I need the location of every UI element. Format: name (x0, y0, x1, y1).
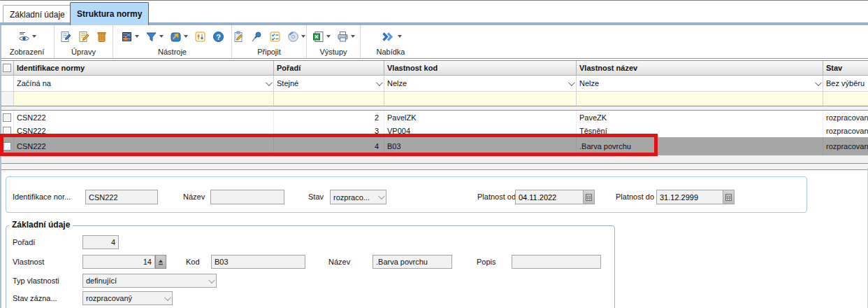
filter-operator-dropdown[interactable]: Bez výběru (823, 76, 868, 92)
group-nazev-label: Název (328, 258, 350, 266)
nazev-field[interactable] (210, 190, 284, 204)
identifikace-field[interactable] (85, 190, 158, 204)
dropdown-caret-icon[interactable] (159, 35, 164, 38)
cell-vlastnost-nazev: Těsnění (577, 124, 823, 137)
popis-field[interactable] (512, 255, 601, 269)
data-table-icon[interactable] (121, 31, 139, 43)
cell-vlastnost-nazev: PaveZK (577, 111, 823, 124)
filter-operator-dropdown[interactable]: Nelze (577, 76, 823, 92)
chevron-down-icon (815, 79, 822, 86)
eye-view-icon[interactable] (18, 31, 36, 43)
print-icon[interactable] (337, 31, 355, 43)
row-checkbox[interactable] (3, 113, 11, 122)
stav-dropdown[interactable]: rozpraco... (330, 190, 386, 204)
cell-identifikace: CSN222 (14, 111, 274, 124)
excel-export-icon[interactable] (312, 31, 331, 43)
window-left-border (0, 25, 1, 308)
vlastnost-field[interactable] (82, 255, 155, 269)
tab-struktura-normy[interactable]: Struktura normy (70, 2, 149, 25)
vlastnost-label: Vlastnost (13, 258, 44, 266)
cell-vlastnost-kod: PavelZK (384, 111, 577, 124)
toolbar-group-label: Zobrazení (10, 48, 45, 58)
popis-label: Popis (477, 258, 496, 266)
filter-input-cell[interactable] (823, 92, 868, 106)
row-checkbox[interactable] (3, 127, 11, 135)
filter-cell-blank (0, 76, 14, 92)
platnost-od-label: Platnost od (477, 192, 516, 201)
filter-input-cell[interactable] (384, 92, 577, 106)
filter-input-cell[interactable] (577, 92, 823, 106)
filter-operator-dropdown[interactable]: Stejné (274, 76, 384, 92)
chevron-down-icon (208, 276, 215, 284)
header-cell[interactable]: Pořadí (274, 61, 384, 75)
tasks-icon[interactable] (269, 31, 281, 43)
toolbar-group-label: Nabídka (377, 48, 405, 58)
navigate-icon[interactable] (170, 31, 188, 43)
help-icon[interactable]: ? (212, 31, 224, 43)
cell-stav: rozpracovaný (823, 124, 868, 137)
table-row[interactable]: CSN222 2 PavelZK PaveZK rozpracovaný (0, 111, 868, 124)
row-checkbox[interactable] (3, 142, 11, 150)
settings-sliders-icon[interactable] (194, 31, 206, 43)
dropdown-caret-icon[interactable] (135, 35, 139, 38)
toolbar-group-vystupy: Výstupy (307, 25, 361, 58)
grid-filter-operator-row: Začíná na Stejné Nelze Nelze Bez výběru (0, 76, 868, 92)
header-cell[interactable]: Vlastnost kod (384, 61, 577, 75)
platnost-od-input[interactable] (516, 190, 583, 204)
menu-chevrons-icon[interactable] (380, 31, 402, 43)
cell-poradi: 2 (274, 111, 384, 124)
platnost-do-field[interactable] (656, 190, 735, 204)
cell-vlastnost-nazev: .Barva povrchu (577, 137, 823, 155)
table-row-selected[interactable]: CSN222 4 B03 .Barva povrchu rozpracovaný (0, 137, 868, 155)
header-cell-checkbox (0, 61, 14, 75)
kod-field[interactable] (211, 255, 305, 269)
edit-record-icon[interactable] (78, 31, 89, 43)
pin-icon[interactable] (251, 31, 263, 43)
note-icon[interactable] (233, 31, 245, 43)
header-cell[interactable]: Vlastnost název (577, 61, 823, 75)
dropdown-caret-icon[interactable] (351, 35, 355, 38)
table-row[interactable]: CSN222 3 VP004 Těsnění rozpracovaný (0, 124, 868, 137)
cell-poradi: 4 (274, 137, 384, 155)
filter-operator-dropdown[interactable]: Nelze (384, 76, 577, 92)
group-nazev-field[interactable] (372, 255, 452, 269)
header-cell[interactable]: Identifikace normy (14, 61, 274, 75)
filter-cell-blank (0, 92, 14, 106)
dropdown-caret-icon[interactable] (32, 35, 36, 38)
media-icon[interactable] (287, 31, 305, 43)
tab-label: Základní údaje (10, 10, 65, 20)
filter-operator-dropdown[interactable]: Začíná na (14, 76, 274, 92)
dropdown-caret-icon[interactable] (398, 35, 402, 38)
groupbox-title: Základní údaje (9, 220, 73, 230)
calendar-icon[interactable] (583, 190, 594, 204)
stav-zaznamu-dropdown[interactable]: rozpracovaný (82, 291, 173, 305)
header-cell[interactable]: Stav (823, 61, 868, 75)
filter-funnel-icon[interactable] (145, 31, 164, 43)
app-window: Základní údaje Struktura normy Zobrazení… (0, 0, 868, 308)
platnost-od-field[interactable] (515, 190, 595, 204)
structure-grid: Identifikace normy Pořadí Vlastnost kod … (0, 60, 868, 170)
dropdown-caret-icon[interactable] (184, 35, 188, 38)
typ-vlastnosti-dropdown[interactable]: definující (82, 274, 217, 288)
filter-input-cell[interactable] (274, 92, 384, 106)
filter-input-cell[interactable] (14, 92, 274, 106)
platnost-do-input[interactable] (657, 190, 723, 204)
lookup-spinner-button[interactable] (155, 255, 166, 269)
new-record-icon[interactable] (59, 31, 71, 43)
toolbar-group-upravy: Úpravy (55, 25, 113, 58)
svg-text:?: ? (216, 32, 221, 41)
tab-label: Struktura normy (77, 9, 142, 19)
toolbar-group-nabidka: Nabídka (361, 25, 421, 58)
chevron-down-icon (164, 294, 171, 301)
stav-label: Stav (308, 192, 324, 201)
stav-zaznamu-label: Stav zázna... (13, 294, 57, 302)
dropdown-caret-icon[interactable] (301, 35, 305, 38)
calendar-icon[interactable] (723, 190, 734, 204)
poradi-field[interactable] (82, 235, 119, 249)
tab-zakladni-udaje[interactable]: Základní údaje (3, 5, 72, 23)
delete-record-icon[interactable] (96, 31, 108, 43)
horizontal-splitter[interactable] (0, 163, 868, 170)
dropdown-caret-icon[interactable] (326, 35, 331, 38)
grid-empty-area (0, 155, 868, 163)
select-all-checkbox[interactable] (3, 64, 11, 72)
